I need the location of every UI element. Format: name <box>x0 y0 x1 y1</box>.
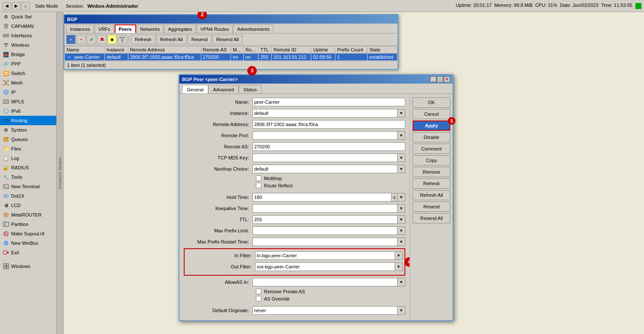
sidebar-item-make-supout[interactable]: Make Supout.rif <box>0 229 63 238</box>
yellow-button[interactable]: ■ <box>107 35 117 44</box>
sidebar-item-metarouter[interactable]: MetaROUTER <box>0 210 63 220</box>
instance-dropdown-btn[interactable]: ▼ <box>398 109 405 117</box>
home-button[interactable]: ⌂ <box>21 2 30 10</box>
col-m[interactable]: M... <box>231 46 243 54</box>
field-remote-port-input[interactable] <box>252 131 398 140</box>
sidebar-item-new-terminal[interactable]: New Terminal <box>0 182 63 191</box>
nexthop-dropdown-btn[interactable]: ▼ <box>398 165 405 173</box>
tab-networks[interactable]: Networks <box>137 24 164 33</box>
cancel-action-button[interactable]: Cancel <box>413 109 450 119</box>
col-remote-as[interactable]: Remote AS <box>201 46 231 54</box>
dialog-tab-general[interactable]: General <box>182 85 208 93</box>
col-uptime[interactable]: Uptime <box>311 46 335 54</box>
field-nexthop-input[interactable] <box>252 165 398 173</box>
table-row[interactable]: peer-Carrier default 2806:3f7:1002:aaaa:… <box>65 54 398 61</box>
sidebar-item-tools[interactable]: 🔧 Tools ▶ <box>0 172 63 182</box>
col-remote-address[interactable]: Remote Address <box>128 46 201 54</box>
max-prefix-restart-dropdown-btn[interactable]: ▼ <box>398 238 405 246</box>
sidebar-item-dot1x[interactable]: Dot1X <box>0 191 63 201</box>
sidebar-item-exit[interactable]: Exit <box>0 248 63 257</box>
sidebar-item-mesh[interactable]: Mesh <box>0 78 63 87</box>
sidebar-item-switch[interactable]: 🔀 Switch <box>0 69 63 78</box>
sidebar-item-new-winbox[interactable]: W New WinBox <box>0 238 63 248</box>
field-in-filter-input[interactable] <box>255 251 395 260</box>
field-ttl-input[interactable] <box>252 215 398 224</box>
col-ro[interactable]: Ro... <box>243 46 258 54</box>
dialog-tab-advanced[interactable]: Advanced <box>208 85 239 93</box>
dialog-tab-status[interactable]: Status <box>239 85 261 93</box>
refresh-all-button[interactable]: Refresh All <box>156 35 187 44</box>
col-remote-id[interactable]: Remote ID <box>272 46 311 54</box>
allow-as-in-dropdown-btn[interactable]: ▼ <box>398 278 405 286</box>
sidebar-item-log[interactable]: 📋 Log <box>0 153 63 163</box>
tab-aggregates[interactable]: Aggregates <box>164 24 196 33</box>
tab-peers[interactable]: Peers <box>115 24 136 33</box>
sidebar-item-windows[interactable]: Windows ▶ <box>0 262 63 271</box>
checkbox-as-override[interactable] <box>256 296 261 301</box>
tab-instances[interactable]: Instances <box>66 24 94 33</box>
apply-button[interactable]: Apply 5 <box>413 120 450 131</box>
checkbox-multihop[interactable] <box>256 175 261 181</box>
field-allow-as-in-input[interactable] <box>252 278 398 286</box>
filter-button[interactable] <box>118 35 127 44</box>
tab-vpn4-routes[interactable]: VPN4 Routes <box>197 24 233 33</box>
field-name-input[interactable] <box>252 98 405 106</box>
sidebar-item-capsman[interactable]: CAPsMAN <box>0 21 63 31</box>
cancel-button[interactable]: ✖ <box>97 35 106 44</box>
remove-button[interactable]: Remove <box>413 167 450 177</box>
sidebar-item-system[interactable]: ⚙ System ▶ <box>0 125 63 135</box>
sidebar-item-files[interactable]: 📁 Files <box>0 144 63 153</box>
resend-button[interactable]: Resend <box>188 35 212 44</box>
resend-dialog-button[interactable]: Resend <box>413 202 450 212</box>
tcp-md5-dropdown-btn[interactable]: ▼ <box>398 153 405 162</box>
default-originate-dropdown-btn[interactable]: ▼ <box>398 306 405 315</box>
checkbox-remove-private-as[interactable] <box>256 289 261 294</box>
remove-button[interactable]: − <box>76 35 86 44</box>
hold-time-dropdown-btn[interactable]: ▼ <box>398 193 405 202</box>
checkbox-route-reflect[interactable] <box>256 183 261 188</box>
sidebar-item-lcd[interactable]: 🖥 LCD <box>0 201 63 210</box>
refresh-all-dialog-button[interactable]: Refresh All <box>413 190 450 200</box>
refresh-dialog-button[interactable]: Refresh <box>413 178 450 189</box>
disable-button[interactable]: Disable <box>413 132 450 142</box>
field-max-prefix-limit-input[interactable] <box>252 226 398 235</box>
add-button[interactable]: + <box>66 35 76 44</box>
sidebar-item-bridge[interactable]: 🌉 Bridge <box>0 50 63 59</box>
field-remote-address-input[interactable] <box>252 120 405 129</box>
field-default-originate-input[interactable] <box>252 306 398 315</box>
sidebar-item-interfaces[interactable]: Interfaces <box>0 31 63 40</box>
sidebar-item-ppp[interactable]: 🔗 PPP <box>0 59 63 69</box>
resend-all-dialog-button[interactable]: Resend All <box>413 213 450 223</box>
field-instance-input[interactable] <box>252 109 398 117</box>
col-prefix-count[interactable]: Prefix Count <box>335 46 368 54</box>
forward-button[interactable]: ▶ <box>12 2 21 10</box>
sidebar-item-ip[interactable]: IP ▶ <box>0 87 63 97</box>
sidebar-item-queues[interactable]: Queues <box>0 135 63 144</box>
comment-button[interactable]: Comment <box>413 144 450 154</box>
refresh-button[interactable]: Refresh <box>131 35 155 44</box>
col-instance[interactable]: Instance <box>105 46 128 54</box>
field-keepalive-input[interactable] <box>252 204 398 213</box>
in-filter-dropdown-btn[interactable]: ▼ <box>395 251 403 260</box>
sidebar-item-partition[interactable]: Partition <box>0 220 63 229</box>
col-name[interactable]: Name <box>65 46 105 54</box>
tab-advertisements[interactable]: Advertisements <box>233 24 273 33</box>
field-hold-time-input[interactable] <box>252 193 392 202</box>
sidebar-item-mpls[interactable]: MPLS ▶ <box>0 97 63 106</box>
sidebar-item-quickset[interactable]: ⚙ Quick Set <box>0 12 63 21</box>
field-max-prefix-restart-input[interactable] <box>252 238 398 246</box>
remote-port-dropdown-btn[interactable]: ▼ <box>398 131 405 140</box>
maximize-button[interactable]: □ <box>437 76 443 82</box>
resend-all-button[interactable]: Resend All <box>213 35 243 44</box>
max-prefix-limit-dropdown-btn[interactable]: ▼ <box>398 226 405 235</box>
field-remote-as-input[interactable] <box>252 142 405 151</box>
out-filter-dropdown-btn[interactable]: ▼ <box>395 262 403 271</box>
close-button[interactable]: ✕ <box>444 76 450 82</box>
sidebar-item-radius[interactable]: 🔐 RADIUS <box>0 163 63 172</box>
keepalive-dropdown-btn[interactable]: ▼ <box>398 204 405 213</box>
minimize-button[interactable]: _ <box>430 76 436 82</box>
field-out-filter-input[interactable] <box>255 262 395 271</box>
sidebar-item-ipv6[interactable]: IPv6 ▶ <box>0 106 63 116</box>
field-tcp-md5-input[interactable] <box>252 153 398 162</box>
sidebar-item-routing[interactable]: Routing ▶ <box>0 116 63 125</box>
